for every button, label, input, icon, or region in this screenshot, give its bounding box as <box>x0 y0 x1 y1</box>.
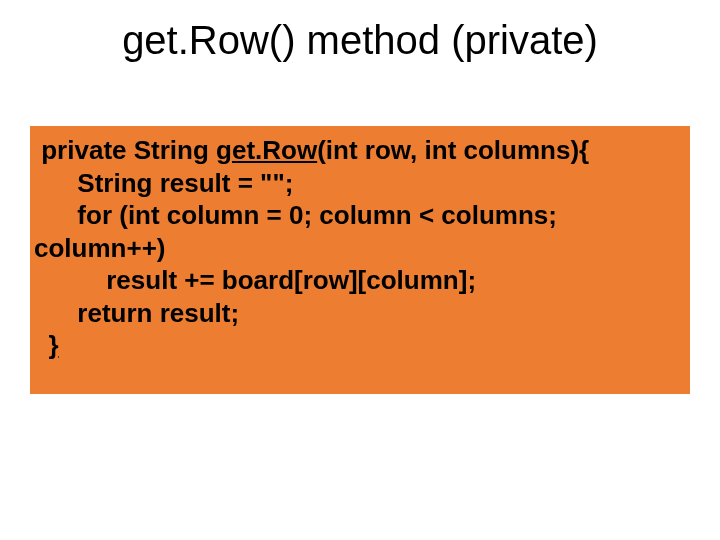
code-line-4: result += board[row][column]; <box>34 264 686 297</box>
method-name-underlined: get.Row <box>216 135 317 165</box>
code-line-1: private String get.Row(int row, int colu… <box>34 134 686 167</box>
code-line-3: for (int column = 0; column < columns; c… <box>34 199 686 264</box>
code-line-2: String result = ""; <box>34 167 686 200</box>
code-indent <box>34 330 48 360</box>
closing-brace-underlined: } <box>48 330 58 360</box>
code-block: private String get.Row(int row, int colu… <box>30 126 690 394</box>
code-text: (int row, int columns){ <box>317 135 589 165</box>
code-text: private String <box>34 135 216 165</box>
slide-title: get.Row() method (private) <box>0 18 720 63</box>
code-line-5: return result; <box>34 297 686 330</box>
code-line-6: } <box>34 329 686 362</box>
slide: get.Row() method (private) private Strin… <box>0 0 720 540</box>
